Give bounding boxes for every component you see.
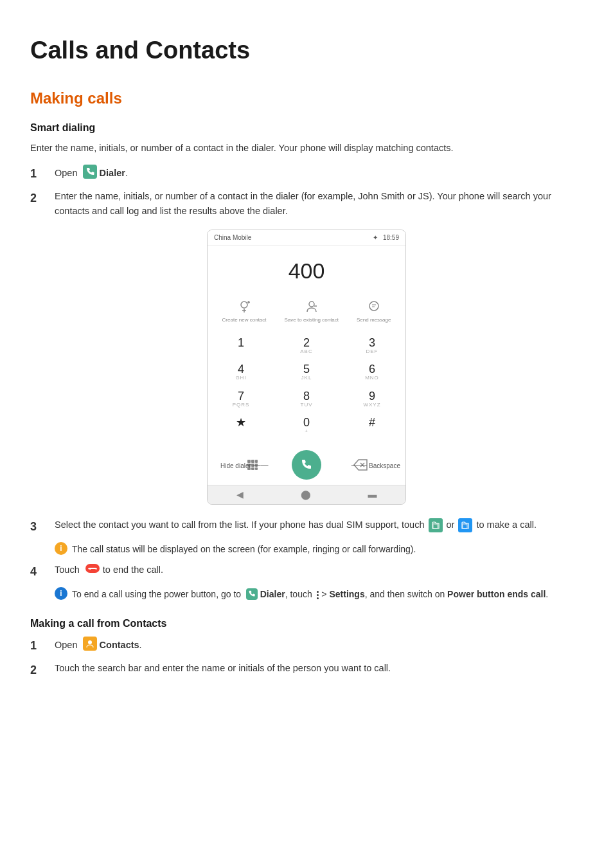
svg-point-0 <box>241 302 247 308</box>
step-3-row: 3 Select the contact you want to call fr… <box>30 518 583 536</box>
keypad-row-2: 4GHI 5JKL 6MNO <box>220 359 393 384</box>
save-contact-label: Save to existing contact <box>285 316 339 324</box>
subsection-smart-dialing-title: Smart dialing <box>30 120 583 136</box>
status-time: 18:59 <box>383 234 399 241</box>
step-2-row: 2 Enter the name, initials, or number of… <box>30 189 583 219</box>
step-4-tip-text: To end a call using the power button, go… <box>72 587 583 601</box>
dialer-number: 400 <box>289 258 325 283</box>
nav-back[interactable]: ◀ <box>236 488 244 502</box>
key-9[interactable]: 9WXYZ <box>351 386 393 411</box>
step-3-content: Select the contact you want to call from… <box>55 518 583 532</box>
phone-call-row: Hide dialer —— <box>208 446 405 485</box>
step-1-content: Open Dialer. <box>55 165 583 181</box>
svg-point-5 <box>309 302 314 307</box>
key-6[interactable]: 6MNO <box>351 359 393 384</box>
step-3-num: 3 <box>30 518 55 536</box>
subsection-contacts-title: Making a call from Contacts <box>30 616 583 631</box>
step-4-row: 4 Touch to end the call. <box>30 563 583 581</box>
contacts-icon <box>83 637 97 651</box>
dialer-icon-tip <box>246 588 258 600</box>
phone-mockup-container: China Mobile ✦ 18:59 400 <box>30 230 583 505</box>
sim-icons <box>429 518 443 532</box>
page-title: Calls and Contacts <box>30 32 583 69</box>
more-icon <box>317 591 319 599</box>
step-4-content: Touch to end the call. <box>55 563 583 578</box>
keypad-row-3: 7PQRS 8TUV 9WXYZ <box>220 386 393 411</box>
svg-point-7 <box>369 302 378 311</box>
key-4[interactable]: 4GHI <box>220 359 262 384</box>
create-contact-icon <box>236 298 253 314</box>
create-contact-action: Create new contact <box>222 298 267 324</box>
step-3-tip: i The call status will be displayed on t… <box>55 542 583 556</box>
dialer-number-display: 400 <box>208 246 405 293</box>
save-contact-icon <box>303 298 320 314</box>
carrier-text: China Mobile <box>214 233 251 242</box>
status-icons: ✦ 18:59 <box>373 233 399 242</box>
send-message-action: Send message <box>357 298 391 324</box>
step-1-row: 1 Open Dialer. <box>30 165 583 183</box>
nav-recent[interactable]: ▬ <box>368 488 377 502</box>
contacts-step-1-num: 1 <box>30 637 55 655</box>
phone-nav-bar: ◀ ⬤ ▬ <box>208 485 405 504</box>
sim2-icon <box>458 518 472 532</box>
info-icon-step3: i <box>55 542 67 555</box>
key-5[interactable]: 5JKL <box>286 359 327 384</box>
call-button[interactable] <box>292 450 321 480</box>
section-making-calls-title: Making calls <box>30 87 583 110</box>
key-7[interactable]: 7PQRS <box>220 386 262 411</box>
phone-quick-actions: Create new contact Save to existing cont… <box>208 293 405 330</box>
info-icon-step4: i <box>55 587 67 600</box>
nav-home[interactable]: ⬤ <box>301 488 311 502</box>
contacts-step-2-content: Touch the search bar and enter the name … <box>55 661 583 676</box>
step-4-num: 4 <box>30 563 55 581</box>
end-call-icon <box>85 563 100 578</box>
contacts-step-2-row: 2 Touch the search bar and enter the nam… <box>30 661 583 679</box>
step-2-num: 2 <box>30 189 55 207</box>
sim-icons-2 <box>458 518 472 532</box>
step-4-tip: i To end a call using the power button, … <box>55 587 583 601</box>
sim1-icon <box>429 518 443 532</box>
key-1[interactable]: 1 <box>220 333 262 357</box>
key-star[interactable]: ★ <box>220 413 262 437</box>
create-contact-label: Create new contact <box>222 316 267 324</box>
key-3[interactable]: 3DEF <box>351 333 393 357</box>
smart-dialing-intro: Enter the name, initials, or number of a… <box>30 141 583 156</box>
phone-status-bar: China Mobile ✦ 18:59 <box>208 230 405 246</box>
key-2[interactable]: 2ABC <box>286 333 327 357</box>
save-contact-action: Save to existing contact <box>285 298 339 324</box>
keypad-row-1: 1 2ABC 3DEF <box>220 333 393 357</box>
svg-point-22 <box>88 640 92 644</box>
phone-keypad: 1 2ABC 3DEF 4GHI 5JKL <box>208 330 405 446</box>
contacts-step-1-content: Open Contacts. <box>55 637 583 653</box>
dialer-icon <box>83 165 97 179</box>
send-message-icon <box>366 298 382 314</box>
step-3-tip-text: The call status will be displayed on the… <box>72 542 583 556</box>
key-hash[interactable]: # <box>351 413 393 437</box>
hide-dialer-label: Hide dialer —— <box>220 460 269 471</box>
key-0[interactable]: 0+ <box>286 413 327 437</box>
step-2-content: Enter the name, initials, or number of a… <box>55 189 583 219</box>
contacts-step-2-num: 2 <box>30 661 55 679</box>
phone-mockup: China Mobile ✦ 18:59 400 <box>207 230 406 505</box>
backspace-label: —— Backspace <box>351 460 400 471</box>
step-1-num: 1 <box>30 165 55 183</box>
keypad-row-4: ★ 0+ # <box>220 413 393 437</box>
send-message-label: Send message <box>357 316 391 324</box>
contacts-step-1-row: 1 Open Contacts. <box>30 637 583 655</box>
key-8[interactable]: 8TUV <box>286 386 327 411</box>
